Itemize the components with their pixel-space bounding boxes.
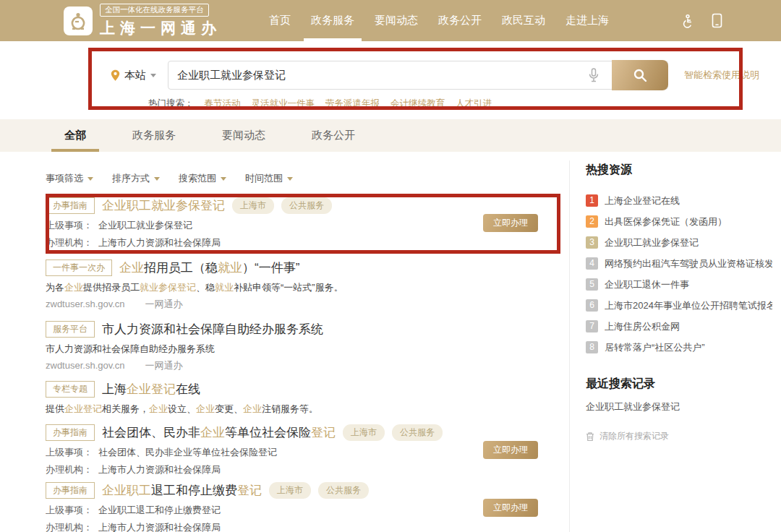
location-pin-icon: [111, 69, 120, 82]
result-type-badge: 专栏专题: [46, 381, 95, 398]
rank-badge: 2: [586, 215, 598, 228]
header-icons: [680, 13, 722, 28]
result-type-badge: 服务平台: [46, 321, 95, 338]
result-source-part: zwdtuser.sh.gov.cn: [46, 298, 125, 310]
chevron-down-icon: [88, 177, 93, 181]
filter-label: 时间范围: [245, 172, 283, 185]
clear-search-history-button[interactable]: 清除所有搜索记录: [586, 430, 772, 442]
microphone-icon[interactable]: [581, 68, 606, 82]
search-result-item: 办事指南企业职工退工和停止缴费登记上海市公共服务上级事项：企业职工退工和停止缴费…: [46, 481, 560, 532]
result-field-label: 办理机构：: [46, 464, 93, 475]
nav-item[interactable]: 要闻动态: [364, 0, 428, 41]
result-title[interactable]: 市人力资源和社会保障自助经办服务系统: [102, 321, 323, 338]
nav-item[interactable]: 政务公开: [428, 0, 492, 41]
tab[interactable]: 全部: [61, 119, 89, 152]
search-scope-select[interactable]: 本站: [111, 69, 156, 82]
hot-resource-item[interactable]: 1上海企业登记在线: [586, 190, 772, 211]
hot-resource-label: 网络预约出租汽车驾驶员从业资格证核发...: [605, 257, 772, 270]
sidebar: 热搜资源 1上海企业登记在线2出具医保参保凭证（发函用）3企业职工就业参保登记4…: [586, 163, 772, 442]
hot-resource-label: 上海市2024年事业单位公开招聘笔试报名: [605, 299, 772, 312]
hot-search-link[interactable]: 灵活就业一件事: [252, 98, 315, 110]
apply-now-button[interactable]: 立即办理: [483, 441, 538, 459]
hot-search-link[interactable]: 春节活动: [205, 98, 241, 110]
hot-resource-item[interactable]: 5企业职工退休一件事: [586, 274, 772, 295]
recent-searches-list: 企业职工就业参保登记: [586, 400, 772, 413]
result-title[interactable]: 上海企业登记在线: [102, 381, 200, 398]
filter-label: 搜索范围: [179, 172, 216, 185]
apply-now-button[interactable]: 立即办理: [483, 499, 538, 517]
rank-badge: 7: [586, 320, 598, 332]
filter-dropdown[interactable]: 排序方式: [112, 172, 160, 185]
result-title[interactable]: 社会团体、民办非企业等单位社会保险登记: [102, 424, 336, 441]
result-tag: 上海市: [269, 482, 311, 499]
hot-search-link[interactable]: 人才引进: [456, 98, 492, 110]
smart-search-help-link[interactable]: 智能检索使用说明: [684, 69, 759, 82]
hot-search-link[interactable]: 劳务派遣年报: [325, 98, 380, 110]
site-logo-icon: [64, 7, 93, 35]
tab[interactable]: 要闻动态: [219, 119, 268, 152]
filter-dropdown[interactable]: 事项筛选: [46, 172, 93, 185]
hot-search-link[interactable]: 会计继续教育: [390, 98, 445, 110]
result-type-badge: 办事指南: [46, 424, 95, 441]
hot-resource-item[interactable]: 2出具医保参保凭证（发函用）: [586, 211, 772, 232]
result-source-part: 一网通办: [145, 298, 183, 310]
filter-dropdown[interactable]: 搜索范围: [179, 172, 226, 185]
search-input[interactable]: [168, 69, 581, 82]
mobile-icon[interactable]: [712, 13, 722, 28]
result-title[interactable]: 企业职工退工和停止缴费登记: [102, 482, 262, 499]
platform-label: 全国一体化在线政务服务平台: [100, 4, 209, 17]
result-title[interactable]: 企业招用员工（稳就业）“一件事”: [119, 259, 299, 276]
result-field-label: 办理机构：: [46, 522, 93, 532]
nav-item[interactable]: 政民互动: [492, 0, 555, 41]
result-field-value: 企业职工就业参保登记: [98, 220, 192, 231]
result-title-row: 一件事一次办企业招用员工（稳就业）“一件事”: [46, 259, 560, 276]
rank-badge: 3: [586, 236, 598, 249]
site-logo[interactable]: 全国一体化在线政务服务平台 上海一网通办: [64, 4, 221, 38]
hot-resource-label: 出具医保参保凭证（发函用）: [605, 215, 727, 228]
tab[interactable]: 政务服务: [129, 119, 179, 152]
result-field-label: 办理机构：: [46, 237, 93, 248]
result-description: 提供企业登记相关服务，企业设立、企业变更、企业注销服务等。: [46, 403, 560, 415]
search-result-item: 办事指南企业职工就业参保登记上海市公共服务上级事项：企业职工就业参保登记办理机构…: [46, 197, 560, 249]
filter-dropdown[interactable]: 时间范围: [245, 172, 293, 185]
hot-resource-item[interactable]: 6上海市2024年事业单位公开招聘笔试报名: [586, 295, 772, 316]
recent-search-item[interactable]: 企业职工就业参保登记: [586, 400, 772, 413]
hot-resource-item[interactable]: 8居转常落户“社区公共户”: [586, 337, 772, 358]
search-button[interactable]: [612, 60, 668, 90]
result-field-value: 企业职工退工和停止缴费登记: [98, 505, 221, 515]
result-field-value: 上海市人力资源和社会保障局: [98, 237, 221, 248]
hot-resources-title: 热搜资源: [586, 163, 772, 177]
site-logo-text: 全国一体化在线政务服务平台 上海一网通办: [100, 4, 221, 38]
search-section: 本站 智能检索使用说明 热门搜索： 春节活动灵活就业一件事劳务派遣年: [0, 41, 781, 119]
nav-item[interactable]: 首页: [259, 0, 301, 41]
hot-resource-item[interactable]: 4网络预约出租汽车驾驶员从业资格证核发...: [586, 253, 772, 274]
search-result-item: 专栏专题上海企业登记在线提供企业登记相关服务，企业设立、企业变更、企业注销服务等…: [46, 380, 560, 415]
hot-resource-item[interactable]: 7上海住房公积金网: [586, 316, 772, 337]
tab[interactable]: 政务公开: [309, 119, 358, 152]
hot-resources-list: 1上海企业登记在线2出具医保参保凭证（发函用）3企业职工就业参保登记4网络预约出…: [586, 190, 772, 358]
hot-search-links: 春节活动灵活就业一件事劳务派遣年报会计继续教育人才引进: [205, 98, 492, 110]
result-description: 市人力资源和社会保障自助经办服务系统: [46, 343, 560, 355]
content-divider: [569, 160, 570, 532]
chevron-down-icon: [221, 177, 226, 181]
result-tag: 公共服务: [392, 424, 443, 441]
recent-searches-title: 最近搜索记录: [586, 377, 772, 391]
rank-badge: 6: [586, 299, 598, 312]
result-tag: 上海市: [343, 424, 385, 441]
result-field: 办理机构：上海市人力资源和社会保障局: [46, 236, 560, 249]
page: { "colors": { "header_bg": "#c3ac7f", "a…: [0, 0, 781, 532]
result-title-row: 专栏专题上海企业登记在线: [46, 380, 560, 398]
hot-resource-label: 企业职工退休一件事: [605, 278, 689, 291]
hot-search-label: 热门搜索：: [148, 98, 194, 110]
chevron-down-icon: [287, 177, 293, 181]
accessibility-icon[interactable]: [680, 14, 694, 28]
result-field-label: 上级事项：: [46, 505, 93, 515]
result-title[interactable]: 企业职工就业参保登记: [102, 197, 225, 214]
header: 全国一体化在线政务服务平台 上海一网通办 首页政务服务要闻动态政务公开政民互动走…: [0, 0, 781, 41]
nav-item[interactable]: 政务服务: [301, 0, 364, 41]
hot-resource-label: 上海企业登记在线: [605, 194, 680, 207]
apply-now-button[interactable]: 立即办理: [483, 214, 538, 232]
nav-item[interactable]: 走进上海: [555, 0, 619, 41]
hot-resource-item[interactable]: 3企业职工就业参保登记: [586, 232, 772, 253]
result-source-part: 一网通办: [145, 359, 183, 372]
